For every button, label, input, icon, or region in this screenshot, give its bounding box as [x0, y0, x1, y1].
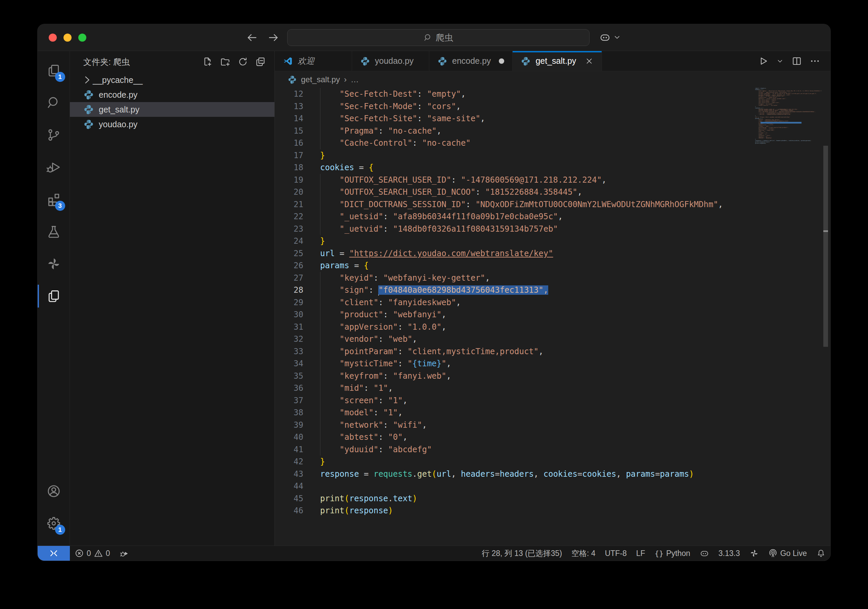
tab-get_salt.py[interactable]: get_salt.py [513, 51, 602, 71]
status-label: 行 28, 列 13 (已选择35) [482, 548, 562, 559]
tree-item-encode.py[interactable]: encode.py [70, 87, 274, 102]
copilot-icon[interactable] [599, 32, 611, 43]
breadcrumb-more[interactable]: … [351, 75, 359, 84]
code-line-15[interactable]: 15 "Pragma": "no-cache", [275, 125, 746, 137]
line-content: } [320, 456, 746, 468]
split-editor-button[interactable] [791, 56, 802, 66]
code-line-38[interactable]: 38 "model": "1", [275, 407, 746, 419]
code-line-41[interactable]: 41 "yduuid": "abcdefg" [275, 444, 746, 456]
activity-item-run-debug[interactable] [38, 151, 70, 183]
code-line-13[interactable]: 13 "Sec-Fetch-Mode": "cors", [275, 100, 746, 113]
indent-guide [320, 321, 321, 333]
close-tab-icon[interactable] [585, 57, 594, 65]
code-line-39[interactable]: 39 "network": "wifi", [275, 419, 746, 431]
navigate-forward-button[interactable] [267, 32, 279, 44]
code-line-23[interactable]: 23 "_uetvid": "148db0f0326a11f0804315913… [275, 223, 746, 235]
code-line-44[interactable]: 44 [275, 480, 746, 493]
status-notifications[interactable] [812, 546, 830, 561]
command-center-search[interactable]: 爬虫 [287, 29, 589, 46]
code-line-26[interactable]: 26params = { [275, 260, 746, 272]
code-line-29[interactable]: 29 "client": "fanyideskweb", [275, 297, 746, 309]
code-line-31[interactable]: 31 "appVersion": "1.0.0", [275, 321, 746, 333]
activity-item-pinwheel-extension[interactable] [38, 248, 70, 280]
status-pylance[interactable] [745, 546, 764, 561]
tab-encode.py[interactable]: encode.py [429, 51, 513, 71]
minimap[interactable]: import requestsheaders = { "User-Agent":… [755, 88, 822, 546]
activity-item-explorer[interactable]: 1 [38, 54, 70, 87]
status-eol[interactable]: LF [631, 546, 650, 561]
line-number: 13 [275, 100, 303, 113]
breadcrumb[interactable]: get_salt.py › … [275, 71, 830, 88]
code-line-24[interactable]: 24} [275, 235, 746, 247]
token: headers [500, 469, 534, 479]
activity-item-extensions[interactable]: 3 [38, 183, 70, 216]
code-line-35[interactable]: 35 "keyfrom": "fanyi.web", [275, 370, 746, 382]
code-line-42[interactable]: 42} [275, 456, 746, 468]
zoom-window-button[interactable] [78, 34, 86, 42]
status-cursor-position[interactable]: 行 28, 列 13 (已选择35) [477, 546, 567, 561]
code-line-21[interactable]: 21 "DICT_DOCTRANS_SESSION_ID": "NDQxODFi… [275, 198, 746, 211]
collapse-all-button[interactable] [255, 56, 266, 67]
activity-item-settings[interactable]: 1 [38, 507, 70, 539]
status-label: Python [666, 549, 690, 558]
code-line-30[interactable]: 30 "product": "webfanyi", [275, 309, 746, 321]
code-line-17[interactable]: 17} [275, 149, 746, 162]
breadcrumb-file[interactable]: get_salt.py [301, 75, 340, 84]
code-line-36[interactable]: 36 "mid": "1", [275, 382, 746, 394]
new-folder-button[interactable] [220, 56, 231, 67]
navigate-back-button[interactable] [246, 32, 258, 44]
code-line-27[interactable]: 27 "keyid": "webfanyi-key-getter", [275, 272, 746, 284]
code-line-22[interactable]: 22 "_uetsid": "afa89b60344f11f0a09b17e0c… [275, 210, 746, 223]
activity-item-testing[interactable] [38, 216, 70, 248]
code-line-14[interactable]: 14 "Sec-Fetch-Site": "same-site", [275, 113, 746, 125]
new-file-button[interactable] [203, 56, 213, 67]
tree-item-get_salt.py[interactable]: get_salt.py [70, 102, 274, 117]
tab-youdao.py[interactable]: youdao.py [352, 51, 429, 71]
status-python-version[interactable]: 3.13.3 [714, 546, 745, 561]
code-line-45[interactable]: 45print(response.text) [275, 493, 746, 505]
code-line-28[interactable]: 28 "sign": "f04840a0e68298bd43756043fec1… [275, 284, 746, 297]
code-line-25[interactable]: 25url = "https://dict.youdao.com/webtran… [275, 247, 746, 260]
scrollbar-thumb[interactable] [823, 146, 828, 347]
code-line-12[interactable]: 12 "Sec-Fetch-Dest": "empty", [275, 88, 746, 100]
activity-item-search[interactable] [38, 87, 70, 119]
status-go-live[interactable]: Go Live [764, 546, 812, 561]
code-line-34[interactable]: 34 "mysticTime": "{time}", [275, 357, 746, 370]
remote-indicator[interactable] [38, 546, 70, 561]
indent-guide [320, 137, 321, 149]
status-indentation[interactable]: 空格: 4 [567, 546, 600, 561]
problems-status[interactable]: 0 0 [70, 546, 115, 561]
run-dropdown-button[interactable] [776, 57, 784, 65]
tree-item-label: encode.py [99, 90, 137, 100]
code-line-32[interactable]: 32 "vendor": "web", [275, 333, 746, 345]
minimize-window-button[interactable] [64, 34, 71, 42]
code-line-33[interactable]: 33 "pointParam": "client,mysticTime,prod… [275, 345, 746, 358]
tree-item-youdao.py[interactable]: youdao.py [70, 117, 274, 131]
error-icon [74, 549, 84, 558]
more-actions-button[interactable] [809, 56, 820, 66]
activity-item-source-control[interactable] [38, 119, 70, 151]
tree-item-__pycache__[interactable]: __pycache__ [70, 73, 274, 87]
status-copilot[interactable] [695, 546, 714, 561]
code-line-46[interactable]: 46print(response) [275, 505, 746, 517]
unsaved-dot-icon[interactable] [499, 59, 504, 64]
copilot-chevron-icon[interactable] [613, 33, 622, 42]
close-window-button[interactable] [49, 34, 57, 42]
code-line-37[interactable]: 37 "screen": "1", [275, 394, 746, 407]
status-encoding[interactable]: UTF-8 [600, 546, 631, 561]
status-language-mode[interactable]: {}Python [650, 546, 695, 561]
refresh-button[interactable] [237, 56, 248, 67]
debug-status[interactable] [115, 546, 134, 561]
tab-欢迎[interactable]: 欢迎 [275, 51, 352, 71]
code-line-19[interactable]: 19 "OUTFOX_SEARCH_USER_ID": "-1478600569… [275, 174, 746, 186]
activity-item-folder-explorer[interactable] [38, 280, 70, 312]
code-line-18[interactable]: 18cookies = { [275, 161, 746, 174]
run-python-file-button[interactable] [758, 56, 769, 66]
code-line-43[interactable]: 43response = requests.get(url, headers=h… [275, 468, 746, 481]
activity-item-accounts[interactable] [38, 475, 70, 507]
code-line-20[interactable]: 20 "OUTFOX_SEARCH_USER_ID_NCOO": "181522… [275, 186, 746, 198]
code-line-40[interactable]: 40 "abtest": "0", [275, 431, 746, 444]
vertical-scrollbar[interactable] [823, 88, 828, 546]
code-editor[interactable]: 12 "Sec-Fetch-Dest": "empty",13 "Sec-Fet… [275, 88, 830, 546]
code-line-16[interactable]: 16 "Cache-Control": "no-cache" [275, 137, 746, 149]
